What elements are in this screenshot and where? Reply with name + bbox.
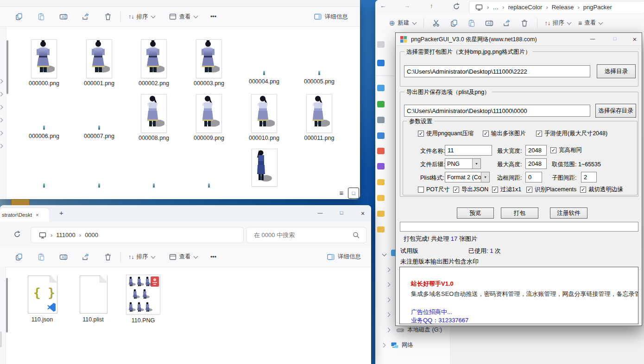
file-item[interactable]: 000006.png	[17, 94, 71, 139]
file-item-plist[interactable]: 110.plist	[65, 276, 121, 323]
file-item[interactable]: 000005.png	[292, 39, 347, 85]
file-item[interactable]: 000002.png	[126, 39, 181, 87]
rename-button[interactable]	[55, 9, 72, 25]
tiny-thumbnail[interactable]	[208, 183, 210, 188]
choose-save-directory-button[interactable]: 选择保存目录	[595, 104, 636, 118]
file-item[interactable]: 000009.png	[182, 94, 236, 141]
search-box[interactable]	[246, 227, 366, 243]
search-input[interactable]	[253, 231, 343, 239]
ad-contact[interactable]: 业务QQ：312337667	[411, 316, 468, 324]
file-item-json[interactable]: { } 110.json	[14, 276, 70, 323]
file-item[interactable]: 000000.png	[17, 39, 71, 87]
checkbox-pot[interactable]: POT尺寸	[418, 186, 450, 194]
maximize-button[interactable]: □	[335, 210, 348, 215]
max-width-field[interactable]: 2048	[525, 145, 547, 156]
chevron-collapsed-icon[interactable]	[0, 79, 3, 84]
checkbox-trim[interactable]: ✓ 裁切透明边缘	[580, 186, 623, 194]
copy-button[interactable]	[445, 15, 463, 31]
refresh-icon[interactable]	[13, 230, 21, 238]
tiny-thumbnail[interactable]	[153, 183, 155, 188]
chevron-collapsed-icon[interactable]	[0, 131, 3, 136]
view-button[interactable]: ≡ 查看	[575, 15, 606, 31]
delete-button[interactable]	[99, 249, 117, 265]
paste-button[interactable]	[32, 9, 50, 25]
plist-format-dropdown[interactable]: Format 2 (Co ▼	[445, 172, 490, 182]
scrollbar-thumb[interactable]	[6, 278, 8, 333]
desktop-folder-icon-fragment[interactable]	[11, 199, 30, 206]
export-path-field[interactable]: C:\Users\Administrator\Desktop\111000\00…	[404, 105, 590, 117]
pack-button[interactable]: 打包	[501, 207, 538, 219]
paste-button[interactable]	[32, 249, 50, 265]
file-item[interactable]: 000003.png	[182, 39, 236, 87]
downloads-icon[interactable]	[377, 101, 385, 107]
music-icon[interactable]	[377, 148, 385, 154]
paste-button[interactable]	[463, 15, 480, 31]
new-button[interactable]: ⊕ 新建	[385, 15, 420, 31]
view-button[interactable]: 查看	[165, 9, 201, 25]
ad-title[interactable]: 站长好帮手V1.0	[411, 280, 454, 288]
rename-button[interactable]	[55, 249, 72, 265]
documents-icon[interactable]	[377, 117, 385, 123]
chevron-collapsed-icon[interactable]	[0, 105, 3, 110]
pictures-icon[interactable]	[377, 132, 385, 139]
chevron-collapsed-icon[interactable]	[386, 282, 391, 287]
breadcrumb-item-release[interactable]: Release	[552, 4, 574, 11]
file-item[interactable]	[252, 149, 278, 187]
home-icon[interactable]	[377, 41, 385, 48]
border-gap-field[interactable]: 0	[525, 172, 542, 182]
details-pane-button[interactable]: 详细信息	[310, 9, 352, 25]
details-pane-button[interactable]: 详细信息	[323, 249, 365, 265]
delete-button[interactable]	[516, 15, 533, 31]
explorer3-breadcrumb[interactable]: › … › replaceColor › Release › pngPacker	[469, 1, 644, 13]
file-item[interactable]: 000001.png	[72, 39, 126, 87]
sort-button[interactable]: ↑↓ 排序	[125, 249, 158, 265]
copy-button[interactable]	[10, 249, 28, 265]
chevron-collapsed-icon[interactable]	[386, 298, 391, 302]
close-button[interactable]: ×	[628, 35, 642, 43]
chevron-collapsed-icon[interactable]	[0, 144, 3, 149]
sidebar-item-network[interactable]: 网络	[375, 339, 450, 351]
sort-button[interactable]: ↑↓ 排序	[541, 15, 575, 31]
up-icon[interactable]: ↑	[430, 2, 433, 9]
cut-button[interactable]	[428, 15, 445, 31]
onedrive-icon[interactable]	[377, 60, 385, 66]
breadcrumb-item-111000[interactable]: 111000	[56, 232, 75, 238]
register-button[interactable]: 注册软件	[550, 207, 587, 219]
chevron-collapsed-icon[interactable]	[0, 118, 3, 123]
chevron-expanded-icon[interactable]	[382, 252, 387, 257]
thumbnail-view-toggle[interactable]: □	[348, 188, 359, 199]
refresh-icon[interactable]	[452, 2, 461, 11]
close-button[interactable]: ×	[356, 210, 370, 217]
more-button[interactable]: •••	[205, 249, 222, 265]
pngpacker-titlebar[interactable]: pngPackerGUI_V3.0 依星网络(www.net188.com) —…	[396, 33, 642, 46]
file-item[interactable]: 000011.png	[292, 94, 347, 141]
file-item-png-sheet[interactable]: 110.PNG	[115, 275, 171, 324]
copy-button[interactable]	[10, 9, 28, 25]
explorer2-tab[interactable]: strator\Deskt ×	[0, 208, 49, 222]
explorer2-breadcrumb[interactable]: › 111000 › 0000	[31, 227, 244, 243]
chevron-collapsed-icon[interactable]	[386, 313, 391, 317]
forward-icon[interactable]: →	[404, 2, 410, 9]
file-item[interactable]: 000007.png	[72, 94, 126, 139]
folder-icon[interactable]	[377, 211, 385, 217]
folder-icon[interactable]	[377, 226, 385, 232]
file-item[interactable]: 000008.png	[126, 94, 181, 141]
minimize-button[interactable]: —	[586, 36, 600, 41]
minimize-button[interactable]: —	[313, 210, 327, 215]
new-tab-icon[interactable]: +	[59, 209, 63, 217]
sprite-gap-field[interactable]: 2	[581, 172, 597, 182]
tiny-thumbnail[interactable]	[43, 183, 45, 188]
chevron-collapsed-icon[interactable]	[0, 92, 3, 97]
checkbox-square[interactable]: ✓ 宽高相同	[550, 146, 582, 154]
preview-button[interactable]: 预览	[457, 207, 494, 219]
folder-icon[interactable]	[377, 195, 385, 201]
rename-button[interactable]	[480, 15, 498, 31]
delete-button[interactable]	[99, 9, 117, 25]
checkbox-export-json[interactable]: ✓ 导出JSON	[453, 186, 488, 194]
file-item[interactable]: 000010.png	[237, 94, 291, 141]
sort-button[interactable]: ↑↓ 排序	[125, 9, 158, 25]
max-height-field[interactable]: 2048	[525, 158, 547, 169]
scrollbar-thumb[interactable]	[6, 40, 8, 94]
back-icon[interactable]: ←	[380, 2, 386, 9]
chevron-collapsed-icon[interactable]	[386, 268, 391, 272]
